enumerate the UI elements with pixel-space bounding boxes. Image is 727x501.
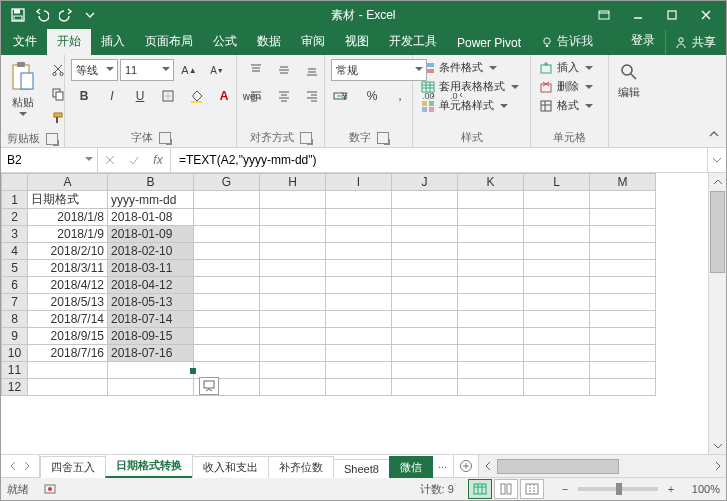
font-color-button[interactable]: A — [211, 85, 237, 107]
sheet-nav-prev[interactable] — [9, 461, 17, 471]
cell[interactable] — [590, 379, 656, 396]
align-middle-button[interactable] — [271, 59, 297, 81]
cell[interactable] — [590, 226, 656, 243]
cell[interactable] — [260, 243, 326, 260]
cell[interactable] — [194, 191, 260, 209]
select-all-corner[interactable] — [2, 174, 28, 191]
share-button[interactable]: 共享 — [665, 30, 724, 55]
cell[interactable] — [392, 294, 458, 311]
align-right-button[interactable] — [299, 85, 325, 107]
col-header-M[interactable]: M — [590, 174, 656, 191]
cell[interactable] — [524, 294, 590, 311]
ribbon-display-options[interactable] — [588, 4, 620, 26]
cell[interactable] — [326, 362, 392, 379]
delete-cells-button[interactable]: 删除 — [537, 78, 595, 95]
cell[interactable] — [194, 277, 260, 294]
cell[interactable] — [194, 226, 260, 243]
enter-formula-button[interactable] — [122, 154, 146, 166]
border-button[interactable] — [155, 85, 181, 107]
tab-视图[interactable]: 视图 — [335, 27, 379, 55]
format-cells-button[interactable]: 格式 — [537, 97, 595, 114]
cell[interactable] — [392, 362, 458, 379]
name-box[interactable] — [1, 148, 98, 172]
bold-button[interactable]: B — [71, 85, 97, 107]
cell[interactable]: 2018/3/11 — [28, 260, 108, 277]
fill-handle[interactable] — [190, 368, 196, 374]
qat-customize[interactable] — [79, 4, 101, 26]
cell[interactable] — [392, 260, 458, 277]
scroll-down-button[interactable] — [709, 437, 726, 454]
sheet-tabs-more[interactable]: ... — [432, 455, 453, 477]
cell[interactable] — [458, 260, 524, 277]
cell[interactable] — [392, 277, 458, 294]
autofill-options-button[interactable] — [199, 377, 219, 395]
cell[interactable] — [260, 260, 326, 277]
scroll-thumb[interactable] — [710, 191, 725, 273]
tab-Power Pivot[interactable]: Power Pivot — [447, 30, 531, 55]
col-header-J[interactable]: J — [392, 174, 458, 191]
close-button[interactable] — [690, 4, 722, 26]
cell[interactable] — [194, 311, 260, 328]
insert-cells-button[interactable]: 插入 — [537, 59, 595, 76]
cell[interactable] — [590, 277, 656, 294]
col-header-L[interactable]: L — [524, 174, 590, 191]
zoom-value[interactable]: 100% — [692, 483, 720, 495]
cell[interactable] — [326, 260, 392, 277]
sign-in[interactable]: 登录 — [623, 26, 663, 55]
zoom-out-button[interactable]: − — [558, 483, 572, 495]
view-page-layout-button[interactable] — [494, 479, 518, 499]
cell[interactable] — [326, 345, 392, 362]
cell[interactable] — [260, 209, 326, 226]
zoom-control[interactable]: − + — [558, 483, 678, 495]
cell[interactable] — [590, 209, 656, 226]
col-header-K[interactable]: K — [458, 174, 524, 191]
cell[interactable] — [326, 191, 392, 209]
tab-插入[interactable]: 插入 — [91, 27, 135, 55]
cell[interactable] — [524, 362, 590, 379]
table-format-button[interactable]: 套用表格格式 — [419, 78, 521, 95]
align-left-button[interactable] — [243, 85, 269, 107]
cell[interactable] — [524, 243, 590, 260]
cell[interactable] — [458, 311, 524, 328]
cell[interactable] — [524, 209, 590, 226]
cell[interactable] — [326, 311, 392, 328]
cell[interactable] — [260, 277, 326, 294]
cell[interactable] — [392, 243, 458, 260]
editing-button[interactable]: 编辑 — [616, 59, 642, 102]
number-format-combo[interactable]: 常规 — [331, 59, 427, 81]
scroll-right-button[interactable] — [709, 458, 726, 475]
italic-button[interactable]: I — [99, 85, 125, 107]
cell[interactable] — [458, 226, 524, 243]
cell[interactable] — [28, 362, 108, 379]
underline-button[interactable]: U — [127, 85, 153, 107]
cell[interactable] — [260, 328, 326, 345]
cell[interactable] — [524, 277, 590, 294]
cell[interactable] — [260, 345, 326, 362]
paste-button[interactable]: 粘贴 — [7, 59, 39, 122]
cell-styles-button[interactable]: 单元格样式 — [419, 97, 521, 114]
font-size-combo[interactable]: 11 — [120, 59, 174, 81]
scroll-left-button[interactable] — [479, 458, 496, 475]
name-box-input[interactable] — [5, 152, 93, 168]
cell[interactable] — [194, 209, 260, 226]
cell[interactable]: 2018-04-12 — [108, 277, 194, 294]
cell[interactable]: 2018-01-09 — [108, 226, 194, 243]
cell[interactable] — [194, 243, 260, 260]
cancel-formula-button[interactable] — [98, 154, 122, 166]
cell[interactable]: 2018/7/14 — [28, 311, 108, 328]
view-page-break-button[interactable] — [520, 479, 544, 499]
tab-审阅[interactable]: 审阅 — [291, 27, 335, 55]
cell[interactable]: 2018/9/15 — [28, 328, 108, 345]
cell[interactable] — [458, 379, 524, 396]
cell[interactable]: 2018-05-13 — [108, 294, 194, 311]
worksheet-grid[interactable]: ABGHIJKLM1日期格式yyyy-mm-dd22018/1/82018-01… — [1, 173, 726, 454]
row-header[interactable]: 5 — [2, 260, 28, 277]
sheet-tab[interactable]: 补齐位数 — [268, 456, 334, 478]
conditional-format-button[interactable]: 条件格式 — [419, 59, 521, 76]
row-header[interactable]: 3 — [2, 226, 28, 243]
col-header-A[interactable]: A — [28, 174, 108, 191]
cell[interactable] — [194, 362, 260, 379]
cell[interactable] — [590, 260, 656, 277]
cell[interactable] — [260, 191, 326, 209]
cell[interactable] — [326, 243, 392, 260]
